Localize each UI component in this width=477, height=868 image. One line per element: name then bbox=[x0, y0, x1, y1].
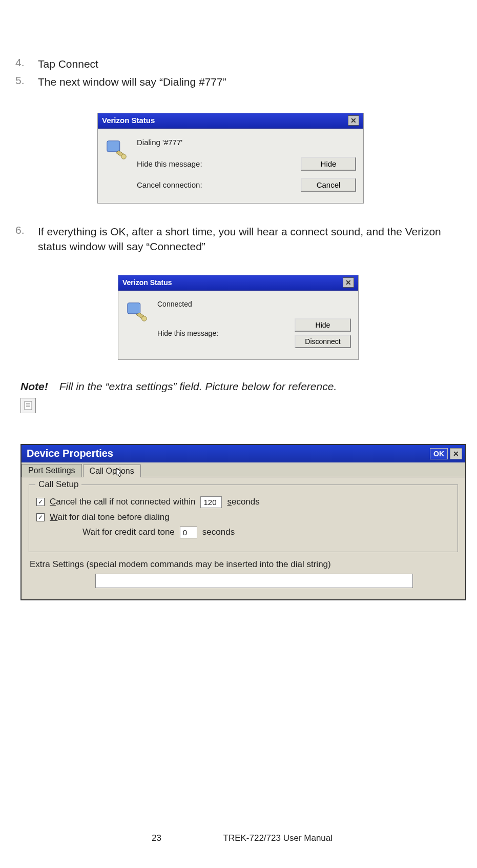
cancel-call-label: Cancel the call if not connected within bbox=[50, 497, 195, 507]
close-button[interactable]: ✕ bbox=[450, 448, 462, 459]
close-icon: ✕ bbox=[350, 116, 357, 125]
note-text: Fill in the “extra settings” field. Pict… bbox=[59, 380, 337, 393]
close-icon: ✕ bbox=[345, 278, 351, 287]
device-properties-window: Device Properties OK ✕ Port Settings Cal… bbox=[20, 444, 462, 600]
step-text: The next window will say “Dialing #777” bbox=[38, 74, 226, 89]
note-label: Note! bbox=[20, 380, 48, 393]
button-stack: Hide Disconnect bbox=[289, 318, 351, 348]
close-button[interactable]: ✕ bbox=[348, 115, 359, 126]
hide-label: Hide this message: bbox=[137, 159, 295, 168]
tab-bar: Port Settings Call Options bbox=[22, 462, 465, 477]
svg-rect-2 bbox=[128, 302, 140, 313]
seconds-label: seconds bbox=[202, 527, 235, 537]
cancel-row: Cancel connection: Cancel bbox=[137, 178, 356, 192]
verizon-status-connected-window: Verizon Status ✕ Connected Hide this mes… bbox=[118, 275, 462, 360]
wait-dial-tone-row: ✓ Wait for dial tone before dialing bbox=[36, 512, 450, 522]
wait-credit-seconds-field[interactable]: 0 bbox=[180, 527, 197, 538]
wait-dial-tone-checkbox[interactable]: ✓ bbox=[36, 513, 45, 521]
step-6: 6. If everything is OK, after a short ti… bbox=[15, 224, 462, 254]
svg-rect-0 bbox=[107, 141, 120, 152]
manual-name: TREK-722/723 User Manual bbox=[223, 833, 387, 843]
note-icon bbox=[20, 398, 36, 413]
window-title: Verizon Status bbox=[122, 278, 172, 287]
step-number: 5. bbox=[15, 74, 38, 89]
cancel-call-checkbox[interactable]: ✓ bbox=[36, 498, 45, 506]
hide-button[interactable]: Hide bbox=[301, 157, 356, 171]
extra-settings-field[interactable] bbox=[95, 574, 413, 588]
close-icon: ✕ bbox=[453, 450, 459, 458]
step-text: Tap Connect bbox=[38, 56, 98, 71]
svg-rect-4 bbox=[25, 401, 32, 410]
seconds-label: seconds bbox=[227, 497, 259, 507]
titlebar: Verizon Status ✕ bbox=[98, 113, 363, 129]
window-body: Call Setup ✓ Cancel the call if not conn… bbox=[22, 477, 465, 599]
window-body: Connected Hide this message: Hide Discon… bbox=[118, 291, 358, 359]
window-title: Verizon Status bbox=[102, 116, 155, 125]
status-row: Dialing '#777' bbox=[137, 138, 356, 147]
step-number: 4. bbox=[15, 56, 38, 71]
window-content: Dialing '#777' Hide this message: Hide C… bbox=[137, 138, 356, 192]
titlebar: Device Properties OK ✕ bbox=[22, 445, 465, 462]
wait-dial-tone-label: Wait for dial tone before dialing bbox=[50, 512, 170, 522]
window-frame: Verizon Status ✕ Connected Hide this mes… bbox=[118, 275, 359, 360]
cancel-button[interactable]: Cancel bbox=[301, 178, 356, 192]
cancel-label: Cancel connection: bbox=[137, 180, 295, 189]
title-buttons: OK ✕ bbox=[430, 448, 462, 459]
cancel-call-seconds-field[interactable]: 120 bbox=[200, 496, 222, 508]
window-frame: Verizon Status ✕ Dialing '#777' Hide thi… bbox=[97, 113, 364, 204]
verizon-status-dialing-window: Verizon Status ✕ Dialing '#777' Hide thi… bbox=[97, 113, 462, 204]
cursor-icon bbox=[115, 467, 123, 479]
titlebar: Verizon Status ✕ bbox=[118, 275, 358, 291]
dial-icon bbox=[126, 300, 149, 324]
svg-point-3 bbox=[142, 316, 147, 321]
cancel-call-row: ✓ Cancel the call if not connected withi… bbox=[36, 496, 450, 508]
note: Note! Fill in the “extra settings” field… bbox=[20, 380, 462, 393]
status-text: Dialing '#777' bbox=[137, 138, 356, 147]
step-text: If everything is OK, after a short time,… bbox=[38, 224, 462, 254]
extra-settings-label: Extra Settings (special modem commands m… bbox=[30, 559, 458, 570]
step-5: 5. The next window will say “Dialing #77… bbox=[15, 74, 462, 89]
hide-button[interactable]: Hide bbox=[295, 318, 351, 332]
ok-button[interactable]: OK bbox=[430, 448, 448, 459]
step-4: 4. Tap Connect bbox=[15, 56, 462, 71]
step-number: 6. bbox=[15, 224, 38, 254]
disconnect-button[interactable]: Disconnect bbox=[295, 335, 351, 348]
window-title: Device Properties bbox=[27, 448, 113, 459]
close-button[interactable]: ✕ bbox=[343, 277, 354, 288]
tab-call-options[interactable]: Call Options bbox=[83, 465, 141, 477]
svg-point-1 bbox=[121, 154, 127, 159]
page-footer: 23 TREK-722/723 User Manual bbox=[0, 833, 477, 843]
page-number: 23 bbox=[90, 833, 223, 843]
tab-label: Call Options bbox=[90, 467, 134, 475]
tab-port-settings[interactable]: Port Settings bbox=[22, 464, 82, 477]
wait-credit-row: Wait for credit card tone 0 seconds bbox=[82, 527, 450, 538]
wait-credit-label: Wait for credit card tone bbox=[82, 527, 175, 537]
window-content: Connected Hide this message: Hide Discon… bbox=[157, 300, 351, 348]
hide-row: Hide this message: Hide bbox=[137, 157, 356, 171]
hide-row: Hide this message: Hide Disconnect bbox=[157, 318, 351, 348]
status-text: Connected bbox=[157, 300, 351, 308]
status-row: Connected bbox=[157, 300, 351, 308]
call-setup-group: Call Setup ✓ Cancel the call if not conn… bbox=[29, 485, 458, 552]
dial-icon bbox=[105, 138, 129, 162]
window-frame: Device Properties OK ✕ Port Settings Cal… bbox=[20, 444, 466, 600]
hide-label: Hide this message: bbox=[157, 329, 283, 337]
group-title: Call Setup bbox=[35, 479, 81, 490]
window-body: Dialing '#777' Hide this message: Hide C… bbox=[98, 129, 363, 203]
